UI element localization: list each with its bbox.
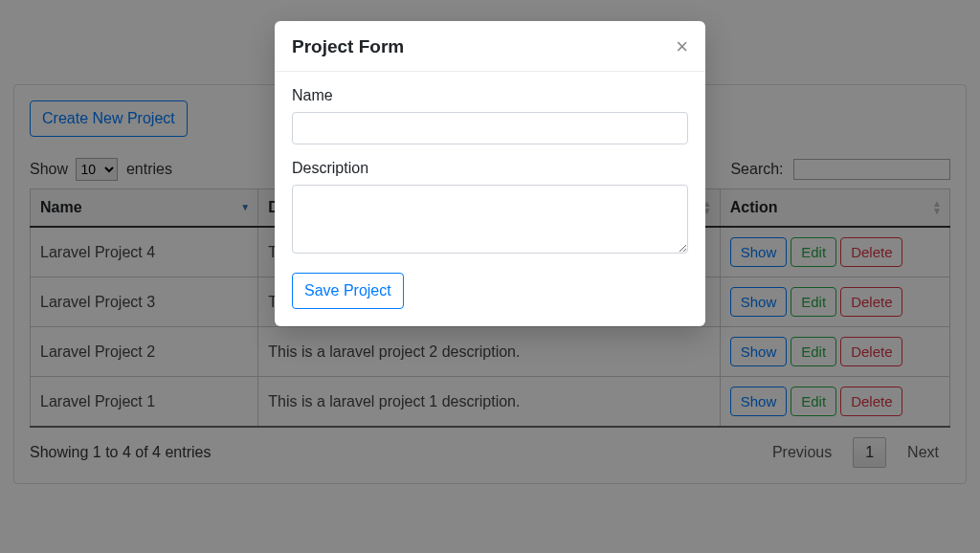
modal-body: Name Description Save Project bbox=[275, 72, 705, 326]
name-input[interactable] bbox=[292, 112, 688, 144]
form-group-description: Description bbox=[292, 160, 688, 257]
save-project-button[interactable]: Save Project bbox=[292, 273, 404, 309]
modal-header: Project Form × bbox=[275, 21, 705, 72]
close-icon[interactable]: × bbox=[676, 36, 688, 57]
modal-title: Project Form bbox=[292, 36, 404, 57]
name-label: Name bbox=[292, 87, 688, 104]
description-label: Description bbox=[292, 160, 688, 177]
description-textarea[interactable] bbox=[292, 185, 688, 254]
form-group-name: Name bbox=[292, 87, 688, 144]
project-form-modal: Project Form × Name Description Save Pro… bbox=[275, 21, 705, 326]
